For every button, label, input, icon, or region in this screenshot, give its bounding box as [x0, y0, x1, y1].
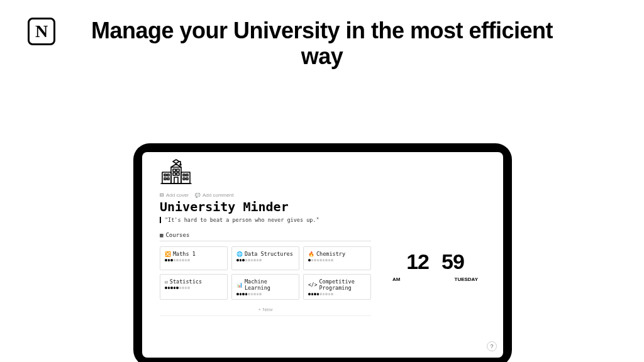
course-icon: </> [308, 282, 317, 288]
new-button[interactable]: + New [160, 304, 371, 316]
progress-dots [236, 293, 294, 295]
svg-rect-11 [164, 178, 166, 180]
svg-rect-2 [162, 172, 171, 184]
course-icon: 📊 [236, 282, 243, 288]
course-icon: 🔥 [308, 251, 314, 257]
progress-dots [165, 259, 223, 261]
school-icon [160, 158, 486, 189]
svg-rect-15 [183, 178, 185, 180]
svg-rect-3 [181, 172, 190, 184]
tablet-frame: 🖼Add cover 💬Add comment University Minde… [133, 143, 512, 362]
clock-ampm: AM [392, 277, 400, 282]
svg-rect-7 [173, 173, 175, 175]
svg-rect-16 [186, 178, 188, 180]
clock-minute: 59 [441, 250, 464, 274]
clock-widget: 12 59 AM TUESDAY [385, 232, 486, 316]
headline: Manage your University in the most effic… [0, 18, 644, 70]
course-icon: 🌐 [236, 251, 243, 257]
course-card[interactable]: 🌐Data Structures [231, 246, 299, 270]
clock-day: TUESDAY [455, 277, 479, 282]
progress-dots [165, 287, 223, 289]
course-name-text: Maths 1 [173, 251, 196, 257]
progress-dots [308, 293, 366, 295]
screen: 🖼Add cover 💬Add comment University Minde… [142, 152, 503, 358]
svg-rect-9 [164, 174, 166, 176]
add-comment-button[interactable]: 💬Add comment [195, 192, 233, 198]
course-icon: 🔀 [165, 251, 171, 257]
svg-rect-10 [167, 174, 169, 176]
courses-header[interactable]: ▦ Courses [160, 232, 371, 241]
course-name-text: Data Structures [245, 251, 293, 257]
svg-rect-13 [183, 174, 185, 176]
course-card[interactable]: 🔀Maths 1 [160, 246, 228, 270]
course-name-text: Machine Learning [245, 278, 294, 291]
grid-icon: ▦ [160, 232, 163, 238]
image-icon: 🖼 [160, 193, 164, 197]
svg-rect-12 [167, 178, 169, 180]
svg-rect-4 [174, 177, 178, 184]
add-cover-button[interactable]: 🖼Add cover [160, 192, 189, 198]
svg-rect-6 [177, 169, 179, 172]
help-button[interactable]: ? [487, 341, 497, 351]
quote-block[interactable]: "It's hard to beat a person who never gi… [160, 217, 486, 223]
svg-rect-14 [186, 174, 188, 176]
svg-rect-5 [173, 169, 175, 172]
course-card[interactable]: 📊Machine Learning [231, 274, 299, 300]
course-card[interactable]: ☑Statistics [160, 274, 228, 300]
course-card[interactable]: </>Competitive Programing [303, 274, 371, 300]
svg-rect-8 [177, 173, 179, 175]
course-icon: ☑ [165, 279, 168, 285]
clock-hour: 12 [406, 250, 429, 274]
page-title[interactable]: University Minder [160, 199, 486, 214]
course-name-text: Competitive Programing [319, 278, 366, 291]
course-name-text: Chemistry [316, 251, 345, 257]
progress-dots [308, 259, 366, 261]
course-card[interactable]: 🔥Chemistry [303, 246, 371, 270]
course-name-text: Statistics [170, 278, 202, 285]
svg-point-0 [180, 164, 181, 165]
comment-icon: 💬 [195, 193, 201, 198]
progress-dots [236, 259, 294, 261]
